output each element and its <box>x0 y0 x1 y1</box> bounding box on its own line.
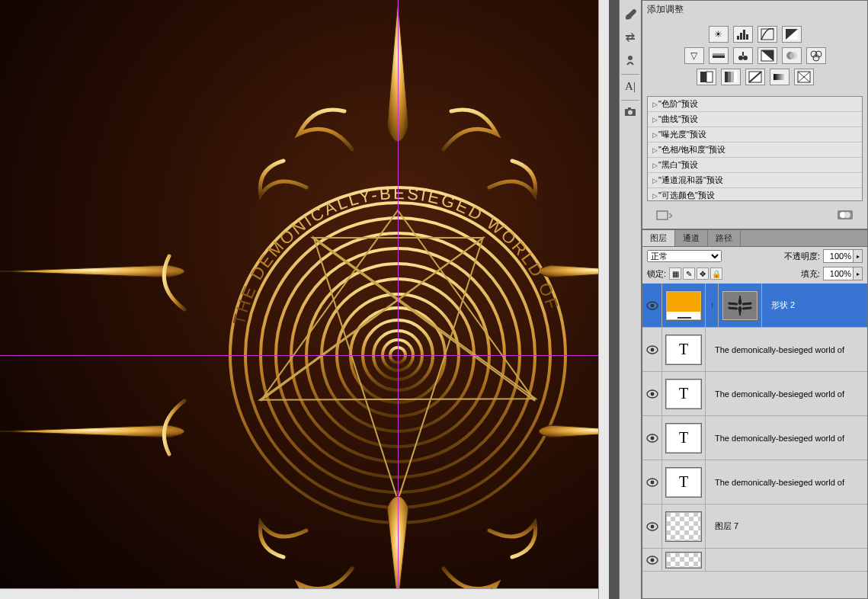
eye-icon <box>646 434 658 443</box>
document-canvas[interactable]: THE DEMONICALLY-BESIEGED WORLD OF <box>0 0 607 599</box>
character-panel-icon[interactable]: A| <box>621 77 639 95</box>
adj-expand-icon[interactable] <box>656 209 673 224</box>
layer-name[interactable]: 形状 2 <box>765 300 795 311</box>
adj-photo-filter-icon[interactable] <box>782 47 802 64</box>
canvas-area[interactable]: THE DEMONICALLY-BESIEGED WORLD OF <box>0 0 607 599</box>
clone-source-icon[interactable] <box>621 51 639 69</box>
svg-rect-23 <box>746 34 748 40</box>
adj-vibrance-icon[interactable]: ▽ <box>684 47 704 64</box>
brush-presets-icon[interactable] <box>621 5 639 24</box>
tab-paths[interactable]: 路径 <box>708 230 741 246</box>
svg-point-29 <box>743 56 748 60</box>
layer-thumbnail[interactable]: T <box>665 379 702 409</box>
eye-icon <box>646 556 658 565</box>
vector-mask-thumbnail[interactable] <box>722 290 758 321</box>
layer-visibility-toggle[interactable] <box>642 372 662 415</box>
adj-posterize-icon[interactable] <box>721 69 741 85</box>
layer-row[interactable]: ⁞ 形状 2 <box>642 283 867 328</box>
preset-item[interactable]: ▷"曝光度"预设 <box>648 127 862 143</box>
layer-thumbnail[interactable] <box>665 290 702 321</box>
adj-black-white-icon[interactable] <box>757 47 777 64</box>
layer-thumbnail[interactable] <box>665 552 702 569</box>
adj-levels-icon[interactable] <box>733 26 753 43</box>
fill-input[interactable] <box>824 268 853 279</box>
eye-icon <box>646 389 658 399</box>
layer-name[interactable]: The demonically-besieged world of <box>709 345 844 354</box>
svg-rect-21 <box>740 33 742 40</box>
adj-brightness-icon[interactable]: ☀ <box>709 26 729 43</box>
adj-mask-icon[interactable] <box>837 209 854 224</box>
canvas-h-scrollbar[interactable] <box>0 588 607 599</box>
opacity-field[interactable]: ▸ <box>823 249 863 263</box>
adj-color-balance-icon[interactable] <box>733 47 753 64</box>
layer-row[interactable]: T The demonically-besieged world of <box>642 372 867 416</box>
adj-threshold-icon[interactable] <box>745 69 765 85</box>
svg-rect-37 <box>706 72 713 82</box>
layer-name[interactable]: The demonically-besieged world of <box>709 434 844 443</box>
opacity-flyout-icon[interactable]: ▸ <box>853 250 862 262</box>
preset-item[interactable]: ▷"曲线"预设 <box>648 112 862 127</box>
adj-channel-mixer-icon[interactable] <box>806 47 826 64</box>
lock-transparency-icon[interactable]: ▦ <box>669 267 681 280</box>
adj-exposure-icon[interactable] <box>782 26 802 43</box>
eye-icon <box>646 522 658 531</box>
layer-visibility-toggle[interactable] <box>642 549 662 571</box>
svg-point-18 <box>628 111 633 115</box>
lock-pixels-icon[interactable]: ✎ <box>683 267 695 280</box>
layer-name[interactable]: The demonically-besieged world of <box>709 389 844 399</box>
svg-point-60 <box>650 524 654 528</box>
adj-gradient-map-icon[interactable] <box>770 69 790 85</box>
swap-icon[interactable] <box>621 28 639 46</box>
svg-rect-27 <box>713 53 725 56</box>
layer-thumbnail[interactable]: T <box>665 335 702 365</box>
fill-flyout-icon[interactable]: ▸ <box>853 267 862 280</box>
guide-horizontal[interactable] <box>0 355 607 356</box>
adj-selective-color-icon[interactable] <box>794 69 814 85</box>
lock-all-icon[interactable]: 🔒 <box>710 267 722 280</box>
layer-row[interactable]: T The demonically-besieged world of <box>642 460 867 505</box>
layer-visibility-toggle[interactable] <box>642 328 662 371</box>
blend-mode-select[interactable]: 正常 <box>647 250 722 262</box>
layer-list[interactable]: ⁞ 形状 2 T The demonically-besieged world … <box>642 283 867 598</box>
canvas-v-scrollbar[interactable] <box>598 0 609 599</box>
layer-name[interactable]: The demonically-besieged world of <box>709 478 844 487</box>
svg-point-58 <box>650 480 654 484</box>
opacity-input[interactable] <box>824 251 853 261</box>
adjustment-presets-list[interactable]: ▷"色阶"预设 ▷"曲线"预设 ▷"曝光度"预设 ▷"色相/饱和度"预设 ▷"黑… <box>647 96 863 201</box>
svg-point-54 <box>650 392 654 396</box>
svg-point-62 <box>650 558 654 562</box>
adj-curves-icon[interactable] <box>757 26 777 43</box>
tab-channels[interactable]: 通道 <box>675 230 708 246</box>
layer-row[interactable]: 图层 7 <box>642 505 867 549</box>
fill-field[interactable]: ▸ <box>823 267 863 280</box>
svg-rect-40 <box>731 72 734 82</box>
layer-visibility-toggle[interactable] <box>642 416 662 460</box>
preset-item[interactable]: ▷"色相/饱和度"预设 <box>648 143 862 158</box>
layer-row[interactable]: T The demonically-besieged world of <box>642 416 867 460</box>
layers-panel: 图层 通道 路径 正常 不透明度: ▸ 锁定: ▦ ✎ ✥ 🔒 填充: <box>642 229 868 599</box>
guide-vertical[interactable] <box>398 0 399 599</box>
preset-item[interactable]: ▷"可选颜色"预设 <box>648 188 862 201</box>
svg-point-28 <box>738 56 743 60</box>
layer-row[interactable]: T The demonically-besieged world of <box>642 328 867 372</box>
link-icon: ⁞ <box>707 301 716 309</box>
opacity-label: 不透明度: <box>784 251 820 262</box>
preset-item[interactable]: ▷"通道混和器"预设 <box>648 173 862 188</box>
lock-position-icon[interactable]: ✥ <box>697 267 709 280</box>
layer-name[interactable]: 图层 7 <box>709 521 738 532</box>
preset-item[interactable]: ▷"色阶"预设 <box>648 97 862 112</box>
layer-row[interactable] <box>642 549 867 572</box>
preset-item[interactable]: ▷"黑白"预设 <box>648 158 862 173</box>
layer-thumbnail[interactable]: T <box>665 423 702 453</box>
layer-visibility-toggle[interactable] <box>642 283 662 327</box>
adj-invert-icon[interactable] <box>697 69 716 85</box>
layer-visibility-toggle[interactable] <box>642 460 662 504</box>
artwork-ornament: THE DEMONICALLY-BESIEGED WORLD OF <box>0 0 607 599</box>
layer-thumbnail[interactable] <box>665 511 702 542</box>
camera-icon[interactable] <box>621 103 639 121</box>
adj-hue-sat-icon[interactable] <box>709 47 729 64</box>
eye-icon <box>646 478 658 487</box>
tab-layers[interactable]: 图层 <box>642 230 675 246</box>
layer-visibility-toggle[interactable] <box>642 505 662 548</box>
layer-thumbnail[interactable]: T <box>665 467 702 498</box>
